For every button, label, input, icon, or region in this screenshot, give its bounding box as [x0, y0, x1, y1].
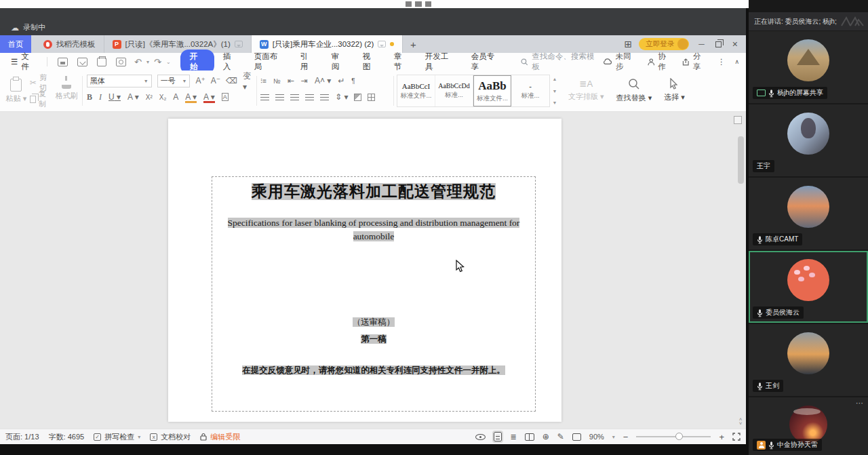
font-size-combobox[interactable]: 一号▼ — [157, 75, 191, 87]
zoom-level[interactable]: 90% — [589, 433, 604, 441]
read-layout-button[interactable] — [525, 433, 534, 441]
font-name-combobox[interactable]: 黑体▼ — [87, 75, 152, 87]
highlight-color-button[interactable]: A ▾ — [185, 92, 197, 102]
gallery-up-icon[interactable]: ▲ — [553, 77, 557, 81]
print-button[interactable] — [97, 58, 107, 66]
print-preview-button[interactable] — [116, 58, 126, 66]
style-item[interactable]: AaBbCcDd 标准... — [435, 75, 473, 106]
file-menu[interactable]: ☰ 文件 — [7, 52, 40, 72]
text-layout-button[interactable]: ≣A 文字排版 ▾ — [568, 71, 604, 110]
close-button[interactable]: × — [732, 39, 738, 50]
gallery-more-icon[interactable]: ▼ — [553, 100, 557, 105]
sync-status[interactable]: 未同步 — [603, 52, 637, 72]
proofread-button[interactable]: x 文档校对 — [150, 432, 191, 442]
clear-format-button[interactable]: ⌫ — [226, 76, 237, 85]
distribute-button[interactable] — [320, 94, 329, 100]
align-center-button[interactable] — [275, 94, 284, 100]
vertical-scrollbar[interactable] — [738, 128, 744, 413]
pinyin-guide-button[interactable]: 变 ▾ — [243, 71, 255, 92]
redo-button[interactable]: ↷ — [154, 57, 161, 67]
minimize-button[interactable]: ─ — [698, 39, 705, 49]
grow-font-button[interactable]: A⁺ — [195, 76, 205, 85]
page-nav-buttons[interactable]: ˄˅ — [737, 418, 744, 426]
tab-docer-templates[interactable]: 找稻壳模板 — [31, 35, 104, 53]
command-search[interactable]: 查找命令、搜索模板 — [521, 52, 601, 72]
share-button[interactable]: 分享 — [682, 52, 708, 72]
ink-pen-button[interactable]: ✎ — [557, 432, 564, 441]
select-button[interactable]: 选择 ▾ — [664, 71, 685, 110]
style-item[interactable]: AaBbCcI 标准文件... — [397, 75, 435, 106]
line-spacing-button[interactable]: ⇕ ▾ — [335, 92, 348, 102]
copy-button[interactable]: 复制 — [30, 91, 52, 107]
shading-button[interactable] — [354, 94, 361, 101]
tab-home[interactable]: 首页 — [0, 35, 31, 53]
zoom-slider-handle[interactable] — [675, 433, 683, 440]
show-marks-button[interactable]: ¶ — [351, 77, 355, 85]
collapse-ribbon-icon[interactable]: ∧ — [734, 58, 739, 65]
participant-tile-screen-share[interactable]: 杨jh的屏幕共享 — [749, 31, 868, 103]
align-right-button[interactable] — [290, 94, 299, 100]
gallery-scroll-arrows[interactable]: ▲ ▼ ▼ — [551, 75, 558, 107]
more-menu-icon[interactable]: ⋮ — [717, 57, 726, 66]
borders-button[interactable] — [368, 94, 375, 101]
align-left-button[interactable] — [260, 94, 269, 100]
search-placeholder: 查找命令、搜索模板 — [532, 52, 600, 72]
ruler-toggle-button[interactable] — [734, 116, 742, 124]
participant-tile[interactable]: ⋯ 中金协孙天雷 — [749, 397, 868, 455]
format-painter-button[interactable]: 格式刷 — [52, 72, 81, 110]
participant-tiles: 杨jh的屏幕共享 王宇 陈卓CAMT 委员侯 — [749, 31, 868, 455]
char-border-button[interactable]: A — [222, 93, 229, 101]
find-replace-button[interactable]: 查找替换 ▾ — [616, 71, 652, 110]
document-page[interactable]: 乘用车激光落料加工配送管理规范 Specifications for laser… — [168, 119, 561, 422]
participant-tile[interactable]: 王宇 — [749, 104, 868, 176]
gallery-down-icon[interactable]: ▼ — [553, 89, 557, 94]
zoom-slider[interactable] — [636, 436, 711, 437]
text-wrap-button[interactable]: ↵ — [338, 76, 344, 85]
bold-button[interactable]: B — [87, 92, 92, 102]
web-view-button[interactable]: ⊕ — [542, 432, 549, 441]
italic-button[interactable]: I — [99, 92, 102, 102]
restore-button[interactable] — [715, 41, 722, 47]
shrink-font-button[interactable]: A⁻ — [211, 76, 220, 85]
page-view-button[interactable] — [494, 432, 502, 441]
numbering-button[interactable]: № — [273, 77, 281, 85]
char-scale-button[interactable]: A ▾ — [127, 92, 139, 102]
superscript-button[interactable]: X² — [146, 94, 153, 101]
bullets-button[interactable]: ⁝≡ — [260, 77, 267, 85]
fit-page-button[interactable] — [572, 433, 581, 441]
avatar — [787, 113, 829, 155]
collaborate-button[interactable]: 协作 — [648, 52, 673, 72]
edit-restricted-indicator[interactable]: 编辑受限 — [200, 432, 240, 442]
tile-more-menu-icon[interactable]: ⋯ — [856, 399, 864, 408]
subscript-button[interactable]: X₂ — [159, 94, 167, 101]
decrease-indent-button[interactable]: ⇤ — [288, 76, 294, 85]
quick-access-customize-icon[interactable]: ⌄ — [166, 59, 171, 65]
scrollbar-thumb[interactable] — [738, 136, 744, 184]
undo-dropdown-icon[interactable]: ▾ — [146, 59, 149, 65]
fullscreen-icon[interactable] — [732, 433, 741, 441]
export-button[interactable] — [77, 58, 87, 66]
undo-button[interactable]: ↶ — [134, 57, 142, 67]
paste-button[interactable]: 粘贴 ▾ — [3, 72, 30, 110]
zoom-dropdown-icon[interactable]: ▾ — [612, 434, 615, 440]
save-button[interactable] — [58, 58, 68, 66]
zoom-in-button[interactable]: + — [719, 432, 724, 442]
style-item-selected[interactable]: AaBb 标准文件... — [473, 75, 511, 106]
char-shading-button[interactable]: A — [173, 92, 178, 102]
asian-layout-button[interactable]: A˄ ▾ — [315, 76, 331, 85]
participant-tile[interactable]: 王剑 — [749, 324, 868, 396]
login-button[interactable]: 立即登录 — [639, 38, 689, 50]
outline-view-button[interactable]: ≣ — [510, 433, 516, 441]
word-count[interactable]: 字数: 4695 — [49, 432, 85, 442]
underline-button[interactable]: U ▾ — [108, 92, 121, 102]
eye-protect-icon[interactable] — [475, 434, 486, 440]
increase-indent-button[interactable]: ⇥ — [301, 76, 308, 85]
font-color-button[interactable]: A ▾ — [203, 92, 215, 102]
spell-check-button[interactable]: ✓ 拼写检查▾ — [94, 432, 140, 442]
justify-button[interactable] — [305, 94, 314, 100]
apps-grid-icon[interactable]: ⊞ — [625, 39, 633, 50]
participant-tile[interactable]: 陈卓CAMT — [749, 178, 868, 250]
zoom-out-button[interactable]: − — [623, 432, 629, 442]
style-item[interactable]: - 标准... — [511, 75, 549, 106]
participant-tile-speaking[interactable]: 委员侯海云 — [749, 251, 868, 323]
